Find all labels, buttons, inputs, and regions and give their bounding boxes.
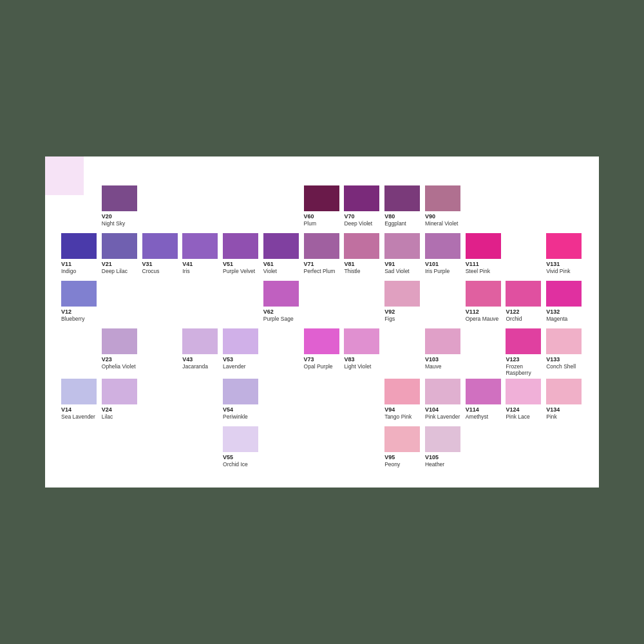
color-code: V51 [223,261,233,268]
empty-cell [142,281,179,326]
color-name: Indigo [61,268,76,274]
color-name: Orchid Ice [223,461,248,468]
empty-cell [102,281,138,326]
color-item-V90[interactable]: V90 Mineral Violet [425,185,462,227]
color-name: Ophelia Violet [102,363,136,370]
color-code: V123 [506,356,519,363]
color-code: V92 [384,308,395,316]
color-code: V23 [102,356,112,363]
empty-cell [142,426,179,471]
color-swatch [344,233,379,259]
color-code: V55 [223,454,233,461]
color-item-V133[interactable]: V133 Conch Shell [546,328,583,370]
color-item-V24[interactable]: V24 Lilac [102,379,138,420]
color-name: Sea Lavender [61,413,95,420]
color-swatch [344,185,379,211]
empty-cell [546,185,583,231]
color-item-V11[interactable]: V11 Indigo [61,233,98,274]
color-name: Lilac [102,413,113,420]
color-item-V95[interactable]: V95 Peony [384,426,421,468]
empty-cell [182,426,219,471]
color-swatch [304,233,339,259]
color-swatch [142,233,178,259]
color-item-V123[interactable]: V123 Frozen Raspberry [506,328,542,376]
color-code: V14 [61,406,71,413]
color-item-V103[interactable]: V103 Mauve [425,328,462,370]
empty-cell [61,328,98,374]
color-item-V61[interactable]: V61 Violet [263,233,300,274]
color-item-V41[interactable]: V41 Iris [182,233,219,274]
color-item-V124[interactable]: V124 Pink Lace [506,379,542,420]
color-swatch [263,233,299,259]
color-item-V60[interactable]: V60 Plum [304,185,341,227]
color-name: Night Sky [102,220,125,227]
color-item-V104[interactable]: V104 Pink Lavender [425,379,462,420]
color-swatch [384,281,420,307]
color-swatch [344,328,379,354]
color-code: V95 [384,454,395,461]
color-item-V131[interactable]: V131 Vivid Pink [546,233,583,274]
color-code: V105 [425,454,439,461]
color-code: V24 [102,406,112,413]
color-item-V53[interactable]: V53 Lavender [223,328,260,370]
empty-cell [223,281,260,326]
color-code: V94 [384,406,395,413]
color-swatch [425,328,460,354]
empty-cell [466,426,502,471]
color-swatch [223,379,258,404]
color-name: Deep Lilac [102,268,128,274]
color-item-V51[interactable]: V51 Purple Velvet [223,233,260,274]
color-item-V81[interactable]: V81 Thistle [344,233,381,274]
color-item-V114[interactable]: V114 Amethyst [466,379,502,420]
color-swatch [102,185,137,211]
color-item-V43[interactable]: V43 Jacaranda [182,328,219,370]
color-swatch [466,379,501,404]
color-item-V71[interactable]: V71 Perfect Plum [304,233,341,274]
color-item-V94[interactable]: V94 Tango Pink [384,379,421,420]
color-name: Periwinkle [223,413,248,420]
color-item-V101[interactable]: V101 Iris Purple [425,233,462,274]
color-item-V73[interactable]: V73 Opal Purple [304,328,341,370]
color-swatch [384,233,420,259]
color-code: V114 [466,406,479,413]
color-name: Eggplant [384,220,406,227]
color-item-V55[interactable]: V55 Orchid Ice [223,426,260,468]
color-item-V20[interactable]: V20 Night Sky [102,185,138,227]
color-item-V122[interactable]: V122 Orchid [506,281,542,322]
color-item-V83[interactable]: V83 Light Violet [344,328,381,370]
color-item-V91[interactable]: V91 Sad Violet [384,233,421,274]
color-item-V111[interactable]: V111 Steel Pink [466,233,502,274]
color-grid: V20 Night Sky V60 Plum V70 Deep Violet V… [61,185,583,471]
empty-cell [506,426,542,471]
color-swatch [546,379,582,404]
color-code: V112 [466,308,479,316]
color-item-V23[interactable]: V23 Ophelia Violet [102,328,138,370]
color-item-V105[interactable]: V105 Heather [425,426,462,468]
color-item-V12[interactable]: V12 Blueberry [61,281,98,322]
color-item-V14[interactable]: V14 Sea Lavender [61,379,98,420]
empty-cell [546,426,583,471]
color-item-V132[interactable]: V132 Magenta [546,281,583,322]
color-item-V21[interactable]: V21 Deep Lilac [102,233,138,274]
empty-cell [304,379,341,424]
color-code: V132 [546,308,560,316]
color-item-V62[interactable]: V62 Purple Sage [263,281,300,322]
color-code: V101 [425,261,439,268]
color-swatch [223,328,258,354]
color-swatch [425,185,460,211]
color-item-V112[interactable]: V112 Opera Mauve [466,281,502,322]
color-item-V134[interactable]: V134 Pink [546,379,583,420]
empty-cell [506,233,542,278]
color-code: V61 [263,261,274,268]
empty-cell [182,379,219,424]
color-swatch [466,281,501,307]
corner-decoration [45,156,84,195]
color-name: Purple Sage [263,316,294,322]
empty-cell [142,328,179,374]
color-code: V131 [546,261,560,268]
color-item-V80[interactable]: V80 Eggplant [384,185,421,227]
color-item-V54[interactable]: V54 Periwinkle [223,379,260,420]
color-item-V70[interactable]: V70 Deep Violet [344,185,381,227]
color-item-V92[interactable]: V92 Figs [384,281,421,322]
color-item-V31[interactable]: V31 Crocus [142,233,179,274]
